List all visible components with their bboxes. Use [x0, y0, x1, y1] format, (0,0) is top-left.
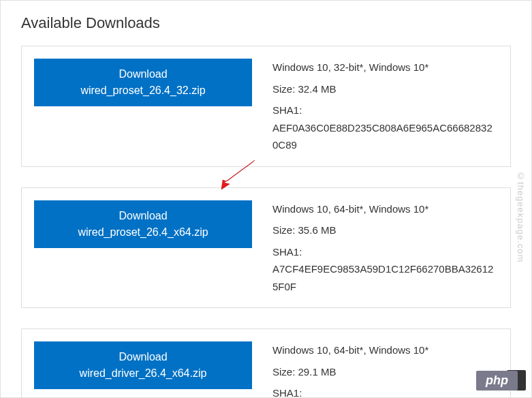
watermark: ©thegeekpage.com [516, 171, 526, 262]
sha-value: A7CF4EF9EC9853A59D1C12F66270BBA326125F0F [272, 260, 498, 295]
size-label: Size: [272, 83, 295, 95]
size-label: Size: [272, 366, 295, 378]
size-value: 29.1 MB [298, 366, 337, 378]
download-card: Download wired_proset_26.4_x64.zip Windo… [21, 187, 511, 309]
download-card: Download wired_driver_26.4_x64.zip Windo… [21, 328, 511, 398]
sha-value: AEF0A36C0E88D235C808A6E965AC666828320C89 [272, 119, 498, 154]
size-info: Size: 32.4 MB [272, 80, 498, 98]
download-label: Download [119, 66, 167, 82]
size-value: 35.6 MB [298, 224, 337, 236]
sha-label: SHA1: [272, 384, 498, 398]
size-label: Size: [272, 224, 295, 236]
download-info: Windows 10, 64-bit*, Windows 10* Size: 2… [272, 341, 498, 398]
sha-label: SHA1: [272, 102, 498, 119]
size-value: 32.4 MB [298, 83, 337, 95]
download-filename: wired_proset_26.4_32.zip [80, 82, 205, 99]
php-badge: php [476, 371, 518, 391]
download-button-x64-proset[interactable]: Download wired_proset_26.4_x64.zip [34, 200, 252, 248]
os-info: Windows 10, 64-bit*, Windows 10* [272, 200, 498, 218]
sha-label: SHA1: [272, 243, 498, 261]
download-button-32bit[interactable]: Download wired_proset_26.4_32.zip [34, 59, 252, 106]
download-filename: wired_proset_26.4_x64.zip [78, 224, 208, 241]
page-title: Available Downloads [21, 14, 511, 32]
arrow-icon [217, 157, 258, 191]
download-label: Download [119, 208, 167, 224]
download-info: Windows 10, 32-bit*, Windows 10* Size: 3… [272, 59, 498, 154]
size-info: Size: 29.1 MB [272, 363, 498, 381]
download-info: Windows 10, 64-bit*, Windows 10* Size: 3… [272, 200, 498, 296]
download-button-x64-driver[interactable]: Download wired_driver_26.4_x64.zip [34, 341, 252, 389]
download-card: Download wired_proset_26.4_32.zip Window… [21, 46, 511, 167]
size-info: Size: 35.6 MB [272, 221, 498, 239]
os-info: Windows 10, 64-bit*, Windows 10* [272, 341, 498, 359]
os-info: Windows 10, 32-bit*, Windows 10* [272, 59, 498, 76]
download-filename: wired_driver_26.4_x64.zip [80, 365, 207, 382]
download-label: Download [119, 349, 167, 365]
